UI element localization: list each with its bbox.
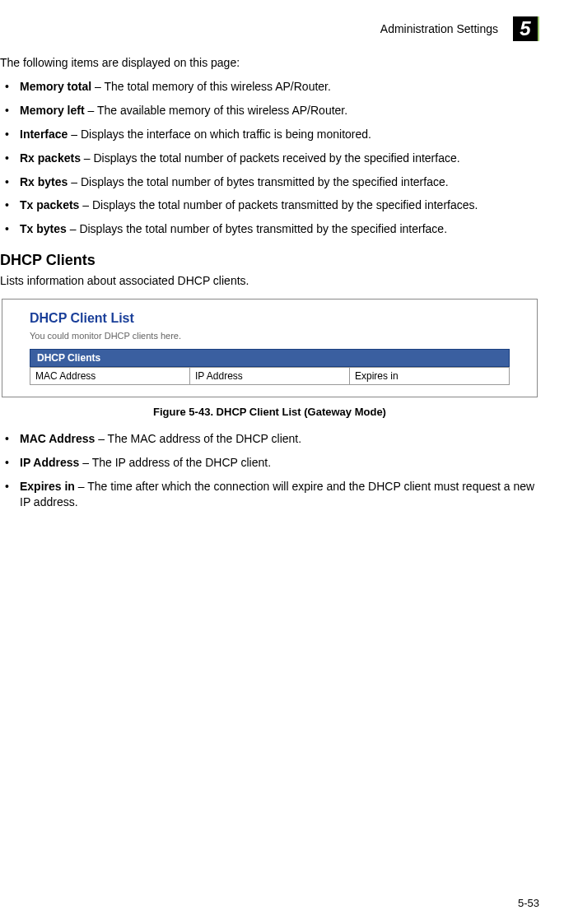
desc: – The IP address of the DHCP client. xyxy=(79,456,271,469)
chapter-number-box: 5 xyxy=(513,16,539,41)
screenshot-table-header-bar: DHCP Clients xyxy=(30,349,510,367)
desc: – The MAC address of the DHCP client. xyxy=(95,432,301,445)
list-item: •Memory total – The total memory of this… xyxy=(5,79,539,95)
term: Rx bytes xyxy=(20,175,68,188)
definition-list-1: •Memory total – The total memory of this… xyxy=(0,79,539,237)
term: Expires in xyxy=(20,480,75,493)
col-expires: Expires in xyxy=(350,368,510,385)
term: IP Address xyxy=(20,456,79,469)
section-heading: DHCP Clients xyxy=(0,252,539,269)
intro-text: The following items are displayed on thi… xyxy=(0,56,539,69)
header-title: Administration Settings xyxy=(380,22,498,35)
page-number: 5-53 xyxy=(518,897,539,909)
list-item: •Tx packets – Displays the total number … xyxy=(5,197,539,213)
desc: – Displays the total number of bytes tra… xyxy=(67,222,447,235)
list-item: •Interface – Displays the interface on w… xyxy=(5,127,539,142)
col-ip: IP Address xyxy=(190,368,350,385)
desc: – Displays the total number of packets t… xyxy=(79,198,478,211)
term: MAC Address xyxy=(20,432,95,445)
screenshot-subtitle: You could monitor DHCP clients here. xyxy=(30,331,510,341)
desc: – Displays the total number of bytes tra… xyxy=(68,175,448,188)
term: Memory total xyxy=(20,80,91,93)
desc: – Displays the total number of packets r… xyxy=(81,151,460,165)
screenshot-title: DHCP Client List xyxy=(30,311,510,326)
screenshot-figure: DHCP Client List You could monitor DHCP … xyxy=(2,299,538,397)
list-item: •Rx bytes – Displays the total number of… xyxy=(5,174,539,190)
list-item: •IP Address – The IP address of the DHCP… xyxy=(5,455,539,471)
term: Tx bytes xyxy=(20,222,67,235)
term: Memory left xyxy=(20,104,85,117)
col-mac: MAC Address xyxy=(30,368,190,385)
list-item: •Memory left – The available memory of t… xyxy=(5,103,539,118)
definition-list-2: •MAC Address – The MAC address of the DH… xyxy=(0,431,539,510)
desc: – The available memory of this wireless … xyxy=(85,104,348,117)
list-item: •Rx packets – Displays the total number … xyxy=(5,151,539,166)
desc: – The time after which the connection wi… xyxy=(20,480,534,508)
desc: – The total memory of this wireless AP/R… xyxy=(91,80,331,93)
term: Rx packets xyxy=(20,151,81,165)
desc: – Displays the interface on which traffi… xyxy=(68,128,371,141)
list-item: •MAC Address – The MAC address of the DH… xyxy=(5,431,539,447)
list-item: •Tx bytes – Displays the total number of… xyxy=(5,221,539,237)
term: Tx packets xyxy=(20,198,79,211)
list-item: •Expires in – The time after which the c… xyxy=(5,479,539,510)
term: Interface xyxy=(20,128,68,141)
section-description: Lists information about associated DHCP … xyxy=(0,274,539,287)
screenshot-table: MAC Address IP Address Expires in xyxy=(30,367,510,385)
table-row: MAC Address IP Address Expires in xyxy=(30,368,510,385)
page-header: Administration Settings 5 xyxy=(0,16,539,41)
figure-caption: Figure 5-43. DHCP Client List (Gateway M… xyxy=(0,406,539,418)
